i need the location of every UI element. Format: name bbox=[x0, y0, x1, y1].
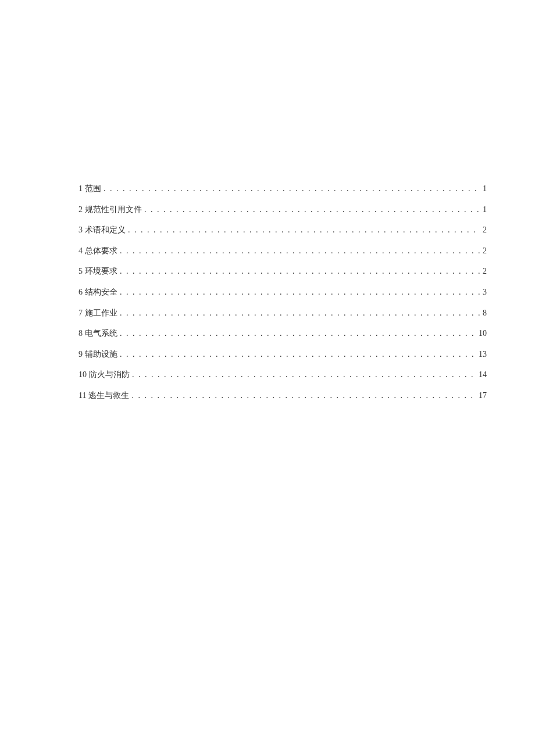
toc-entry-page: 1 bbox=[483, 204, 487, 216]
toc-entry-page: 3 bbox=[483, 286, 487, 298]
toc-entry-number: 10 bbox=[79, 369, 87, 381]
toc-dots bbox=[128, 224, 480, 236]
toc-entry-number: 1 bbox=[79, 183, 83, 195]
toc-entry: 1 范围 1 bbox=[79, 183, 487, 195]
toc-entry-number: 8 bbox=[79, 328, 83, 339]
toc-entry-number: 3 bbox=[79, 224, 83, 236]
toc-dots bbox=[120, 307, 480, 319]
table-of-contents: 1 范围 1 2 规范性引用文件 1 3 术语和定义 2 4 总体要求 2 5 … bbox=[79, 183, 487, 411]
toc-dots bbox=[104, 183, 480, 195]
toc-entry-title: 规范性引用文件 bbox=[85, 204, 142, 216]
toc-entry-number: 5 bbox=[79, 266, 83, 277]
toc-entry-page: 14 bbox=[479, 369, 487, 381]
toc-entry-number: 11 bbox=[79, 390, 86, 402]
toc-entry-title: 术语和定义 bbox=[85, 224, 126, 236]
toc-dots bbox=[132, 369, 476, 381]
toc-dots bbox=[120, 328, 476, 339]
toc-entry-number: 4 bbox=[79, 245, 83, 257]
toc-entry: 11 逃生与救生 17 bbox=[79, 390, 487, 402]
toc-entry: 8 电气系统 10 bbox=[79, 328, 487, 339]
toc-entry: 6 结构安全 3 bbox=[79, 286, 487, 298]
toc-entry: 3 术语和定义 2 bbox=[79, 224, 487, 236]
toc-dots bbox=[120, 245, 480, 257]
toc-entry-page: 2 bbox=[483, 266, 487, 277]
toc-entry: 9 辅助设施 13 bbox=[79, 349, 487, 360]
toc-dots bbox=[144, 204, 480, 216]
toc-entry: 5 环境要求 2 bbox=[79, 266, 487, 277]
toc-entry-title: 结构安全 bbox=[85, 286, 117, 298]
toc-entry-title: 逃生与救生 bbox=[88, 390, 129, 402]
toc-entry-page: 2 bbox=[483, 224, 487, 236]
toc-entry-title: 电气系统 bbox=[85, 328, 117, 339]
toc-entry-number: 9 bbox=[79, 349, 83, 360]
toc-entry-page: 8 bbox=[483, 307, 487, 319]
toc-dots bbox=[131, 390, 476, 402]
toc-entry-title: 防火与消防 bbox=[89, 369, 130, 381]
toc-entry-title: 环境要求 bbox=[85, 266, 117, 277]
toc-entry: 10 防火与消防 14 bbox=[79, 369, 487, 381]
toc-entry: 4 总体要求 2 bbox=[79, 245, 487, 257]
toc-entry-title: 总体要求 bbox=[85, 245, 117, 257]
toc-entry-number: 7 bbox=[79, 307, 83, 319]
toc-entry-page: 10 bbox=[479, 328, 487, 339]
toc-dots bbox=[120, 286, 480, 298]
toc-entry-page: 17 bbox=[479, 390, 487, 402]
toc-entry: 2 规范性引用文件 1 bbox=[79, 204, 487, 216]
toc-entry-title: 范围 bbox=[85, 183, 101, 195]
toc-dots bbox=[120, 266, 480, 277]
toc-dots bbox=[120, 349, 476, 360]
toc-entry-page: 1 bbox=[483, 183, 487, 195]
toc-entry-number: 6 bbox=[79, 286, 83, 298]
toc-entry-page: 13 bbox=[479, 349, 487, 360]
toc-entry-title: 施工作业 bbox=[85, 307, 117, 319]
toc-entry-number: 2 bbox=[79, 204, 83, 216]
toc-entry: 7 施工作业 8 bbox=[79, 307, 487, 319]
toc-entry-title: 辅助设施 bbox=[85, 349, 117, 360]
toc-entry-page: 2 bbox=[483, 245, 487, 257]
